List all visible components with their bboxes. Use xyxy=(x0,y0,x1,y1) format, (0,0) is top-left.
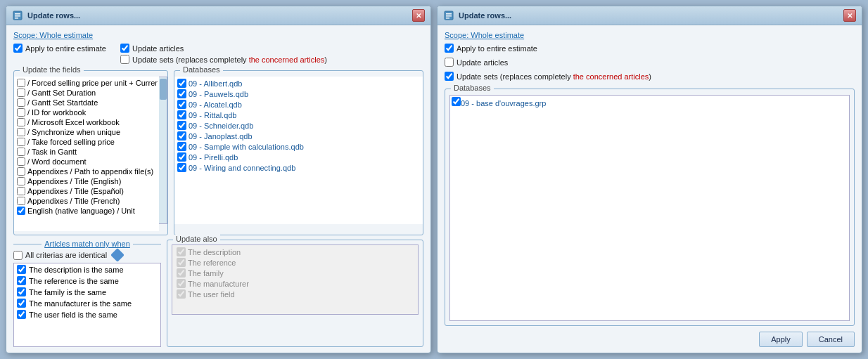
window-icon-left xyxy=(12,10,23,21)
list-item: 09 - Wiring and connecting.qdb xyxy=(176,162,421,173)
databases-legend-left: Databases xyxy=(180,65,223,74)
update-also-legend: Update also xyxy=(173,235,220,243)
apply-entire-checkbox[interactable] xyxy=(13,44,23,53)
list-item: / Gantt Set Duration xyxy=(15,88,158,98)
databases-legend-right: Databases xyxy=(451,84,494,92)
update-sets-label: Update sets (replaces completely the con… xyxy=(132,56,327,64)
bottom-section-left: Articles match only when All criterias a… xyxy=(13,240,423,347)
dialog-left: Update rows... ✕ Scope: Whole estimate A… xyxy=(6,6,431,353)
scope-label-left: Scope: Whole estimate xyxy=(13,31,423,39)
list-item: The reference is the same xyxy=(17,276,158,285)
apply-button[interactable]: Apply xyxy=(759,332,803,347)
update-articles-row: Update articles xyxy=(120,44,327,53)
right-options: Apply to entire estimate Update articles… xyxy=(445,44,855,83)
list-item: The family xyxy=(175,268,415,278)
dialog-body-left: Scope: Whole estimate Apply to entire es… xyxy=(6,25,430,353)
list-item: The reference xyxy=(175,257,415,268)
svg-rect-2 xyxy=(15,15,20,17)
list-item: / Take forced selling price xyxy=(15,137,158,147)
list-item: 09 - Sample with calculations.qdb xyxy=(176,141,421,152)
list-item: English (native language) / Unit xyxy=(15,206,158,216)
update-options-right: Update articles Update sets (replaces co… xyxy=(120,44,327,66)
update-articles-row-right: Update articles xyxy=(445,58,855,67)
update-also-group: Update also The descriptionThe reference… xyxy=(167,240,423,347)
list-item: Appendixes / Path to appendix file(s) xyxy=(15,167,158,176)
list-item: The user field is the same xyxy=(17,310,158,319)
list-item: Appendixes / Title (French) xyxy=(15,196,158,206)
list-item: 09 - Alcatel.qdb xyxy=(176,99,421,110)
title-bar-left: Update rows... ✕ xyxy=(6,6,430,25)
databases-group-left: Databases 09 - Allibert.qdb09 - Pauwels.… xyxy=(174,70,423,235)
update-articles-checkbox[interactable] xyxy=(120,44,129,53)
svg-rect-6 xyxy=(446,15,452,17)
svg-rect-5 xyxy=(446,13,452,15)
apply-entire-row: Apply to entire estimate xyxy=(13,44,106,53)
list-item: 09 - Pirelli.qdb xyxy=(176,152,421,162)
match-line-left xyxy=(13,244,42,244)
diamond-icon xyxy=(110,248,125,262)
cancel-button[interactable]: Cancel xyxy=(807,332,855,347)
list-item: / Gantt Set Startdate xyxy=(15,98,158,107)
middle-section-left: Update the fields / Forced selling price… xyxy=(13,70,423,235)
list-item: The user field xyxy=(175,289,415,299)
scope-label-right: Scope: Whole estimate xyxy=(445,31,855,39)
list-item: The manufacturer xyxy=(175,278,415,289)
apply-entire-label: Apply to entire estimate xyxy=(25,44,106,53)
fields-legend: Update the fields xyxy=(20,65,84,74)
all-criterias-row: All criterias are identical xyxy=(13,250,161,260)
list-item: The family is the same xyxy=(17,287,158,296)
update-fields-group: Update the fields / Forced selling price… xyxy=(13,70,168,235)
list-item: 09 - Rittal.qdb xyxy=(176,110,421,120)
svg-rect-1 xyxy=(15,13,20,15)
list-item: / Forced selling price per unit + Curren… xyxy=(15,78,158,88)
list-item: The description is the same xyxy=(17,265,158,274)
databases-list-right[interactable]: 09 - base d'ouvrages.grp xyxy=(449,95,850,321)
close-button-left[interactable]: ✕ xyxy=(412,9,425,22)
list-item: 09 - Janoplast.qdb xyxy=(176,131,421,141)
match-list[interactable]: The description is the sameThe reference… xyxy=(13,263,161,347)
articles-match-section: Articles match only when All criterias a… xyxy=(13,240,161,347)
title-bar-right: Update rows... ✕ xyxy=(438,6,862,25)
fields-scrollbar[interactable] xyxy=(159,77,167,224)
list-item: Appendixes / Title (English) xyxy=(15,176,158,186)
update-also-list[interactable]: The descriptionThe referenceThe familyTh… xyxy=(172,244,419,315)
list-item: 09 - Allibert.qdb xyxy=(176,78,421,89)
list-item: The description xyxy=(175,247,415,257)
window-icon-right xyxy=(443,10,454,21)
apply-entire-checkbox-right[interactable] xyxy=(445,44,454,53)
list-item: 09 - Pauwels.qdb xyxy=(176,89,421,99)
apply-entire-row-right: Apply to entire estimate xyxy=(445,44,855,53)
svg-rect-7 xyxy=(446,18,449,19)
top-options-left: Apply to entire estimate Update articles… xyxy=(13,44,423,66)
list-item: / ID for workbook xyxy=(15,107,158,117)
dialog-body-right: Scope: Whole estimate Apply to entire es… xyxy=(438,25,862,353)
all-criterias-checkbox[interactable] xyxy=(13,251,23,260)
list-item: / Word document xyxy=(15,157,158,167)
list-item: / Task in Gantt xyxy=(15,147,158,157)
update-articles-label-right: Update articles xyxy=(457,58,508,67)
update-sets-checkbox[interactable] xyxy=(120,55,129,64)
update-sets-checkbox-right[interactable] xyxy=(445,72,454,81)
fields-list[interactable]: / Forced selling price per unit + Curren… xyxy=(14,77,159,231)
dialog-title-right: Update rows... xyxy=(459,11,511,20)
right-footer: Apply Cancel xyxy=(445,332,855,347)
all-criterias-label: All criterias are identical xyxy=(25,251,107,259)
update-sets-label-right: Update sets (replaces completely the con… xyxy=(457,72,651,81)
articles-match-label: Articles match only when xyxy=(44,240,130,248)
svg-rect-3 xyxy=(15,18,18,19)
apply-entire-label-right: Apply to entire estimate xyxy=(457,44,537,53)
update-sets-row-right: Update sets (replaces completely the con… xyxy=(445,72,855,81)
list-item: / Microsoft Excel workbook xyxy=(15,117,158,127)
list-item: 09 - base d'ouvrages.grp xyxy=(452,97,848,107)
dialog-right: Update rows... ✕ Scope: Whole estimate A… xyxy=(437,6,862,353)
databases-group-right: Databases 09 - base d'ouvrages.grp xyxy=(445,89,855,326)
dialog-title-left: Update rows... xyxy=(27,11,80,20)
match-line-right xyxy=(133,244,161,244)
list-item: Appendixes / Title (Español) xyxy=(15,186,158,196)
update-articles-checkbox-right[interactable] xyxy=(445,58,454,67)
databases-list-left[interactable]: 09 - Allibert.qdb09 - Pauwels.qdb09 - Al… xyxy=(174,77,423,224)
update-sets-row: Update sets (replaces completely the con… xyxy=(120,55,327,64)
list-item: 09 - Schneider.qdb xyxy=(176,120,421,131)
update-articles-label: Update articles xyxy=(132,44,184,53)
close-button-right[interactable]: ✕ xyxy=(843,9,856,22)
